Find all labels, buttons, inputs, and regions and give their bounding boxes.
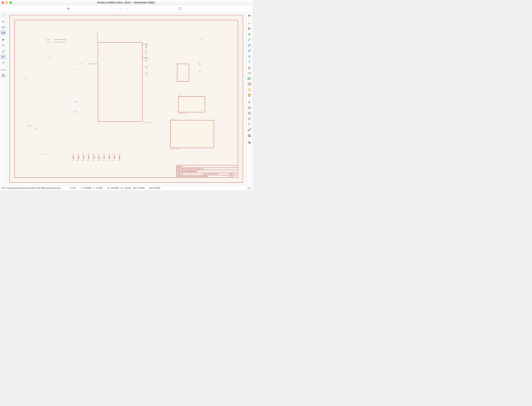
- capacitor-symbol[interactable]: C118100nF: [113, 155, 116, 161]
- nav-back-button[interactable]: ←: [111, 6, 117, 12]
- browse-symbols-button[interactable]: [163, 6, 169, 12]
- sheet-name: inout_user: [171, 119, 175, 120]
- simulator-button[interactable]: [189, 6, 195, 12]
- redo-button[interactable]: [51, 6, 57, 12]
- angle-90-button[interactable]: [0, 54, 6, 59]
- mirror-h-button[interactable]: [143, 6, 149, 12]
- place-symbol-button[interactable]: [247, 26, 252, 31]
- decoupling-caps-row: /* populated below */ C110100nFC111100nF…: [72, 155, 121, 161]
- bom-button[interactable]: [204, 6, 209, 12]
- place-hier-label-button[interactable]: A: [247, 82, 252, 87]
- refresh-button[interactable]: [74, 6, 79, 12]
- highlight-net-button[interactable]: [247, 21, 252, 26]
- place-noconnect-button[interactable]: ✕: [247, 54, 252, 59]
- capacitor-symbol[interactable]: C113100nF: [87, 155, 90, 161]
- update-pcb-button[interactable]: [197, 6, 203, 12]
- place-label-button[interactable]: A: [247, 65, 252, 70]
- place-image-button[interactable]: [247, 133, 252, 138]
- rotate-ccw-button[interactable]: [131, 6, 137, 12]
- place-text-button[interactable]: T: [247, 100, 252, 105]
- export-netlist-button[interactable]: bom: [209, 6, 215, 12]
- image-icon: [248, 134, 251, 138]
- capacitor-symbol[interactable]: C111100nF: [77, 155, 80, 161]
- place-sheet-button[interactable]: [247, 87, 252, 92]
- hidden-pins-button[interactable]: [0, 43, 6, 48]
- bus-icon: [248, 44, 251, 47]
- print-button[interactable]: [23, 6, 29, 12]
- schematic-canvas[interactable]: U102 MCF5213-LQFP100 CLKMOD0 CLKMOD1 RST…: [7, 12, 246, 185]
- annotate-button[interactable]: R??R42: [177, 6, 183, 12]
- svg-point-44: [2, 16, 2, 16]
- net-label: DSCLK: [199, 64, 201, 65]
- units-in-button[interactable]: in: [0, 19, 6, 24]
- close-window-button[interactable]: [2, 1, 4, 4]
- nav-forward-button[interactable]: →: [124, 6, 129, 12]
- capacitor-symbol[interactable]: C110100nF: [72, 155, 74, 161]
- tb-rev: Rev: 0: [229, 173, 237, 175]
- zoom-selection-button[interactable]: [103, 6, 109, 12]
- footprint-assign-button[interactable]: [169, 6, 175, 12]
- zoom-in-button[interactable]: [80, 6, 85, 12]
- cursor-style-button[interactable]: [0, 38, 6, 43]
- mirror-v-button[interactable]: [149, 6, 155, 12]
- pcb-editor-button[interactable]: [218, 6, 223, 12]
- plot-button[interactable]: [29, 6, 35, 12]
- place-bus-entry-button[interactable]: [247, 48, 252, 53]
- place-netclass-button[interactable]: ⓝA: [247, 71, 252, 76]
- save-button[interactable]: [1, 6, 7, 12]
- undo-button[interactable]: [45, 6, 51, 12]
- place-global-label-button[interactable]: A: [247, 76, 252, 81]
- select-tool-button[interactable]: [247, 14, 252, 19]
- top-toolbar: AB ← ↑ →: [0, 5, 253, 12]
- capacitor-symbol[interactable]: C117100nF: [108, 155, 110, 161]
- capacitor-symbol[interactable]: C115100nF: [98, 155, 100, 161]
- place-line-button[interactable]: [247, 128, 252, 133]
- place-rect-button[interactable]: [247, 111, 252, 116]
- place-bus-button[interactable]: [247, 43, 252, 48]
- capacitor-symbol[interactable]: C119100nF: [118, 155, 121, 161]
- tb-kicad: KiCad E.D.A. kicad (7.0.0-rc1-123-ge07de…: [177, 176, 229, 177]
- place-power-button[interactable]: [247, 32, 252, 37]
- bdm-port-symbol[interactable]: [177, 64, 189, 82]
- capacitor-symbol[interactable]: C112100nF: [82, 155, 85, 161]
- hierarchy-nav-button[interactable]: [0, 73, 6, 78]
- zoom-out-button[interactable]: [86, 6, 91, 12]
- main-mcu-symbol[interactable]: U102 MCF5213-LQFP100: [98, 42, 142, 122]
- annotate-refs-button[interactable]: R??R42: [0, 67, 6, 72]
- maximize-window-button[interactable]: [9, 1, 12, 4]
- zoom-fit-button[interactable]: [92, 6, 97, 12]
- textbox-icon: [248, 106, 251, 110]
- capacitor-symbol[interactable]: C114100nF: [93, 155, 95, 161]
- import-sheet-pin-button[interactable]: [247, 93, 252, 98]
- arrow-right-icon: →: [124, 7, 128, 11]
- status-dxy: dx -36.8300 dy -3.8100 dist 37.0265: [107, 187, 145, 189]
- place-textbox-button[interactable]: [247, 105, 252, 110]
- hier-sheet-inout[interactable]: inout_user File: in_out_conn.kicad_sch: [170, 120, 214, 148]
- place-junction-button[interactable]: [247, 59, 252, 65]
- angle-45-button[interactable]: [0, 60, 6, 65]
- units-mm-button[interactable]: mm: [0, 30, 6, 35]
- place-wire-button[interactable]: [247, 37, 252, 42]
- nav-up-button[interactable]: ↑: [117, 6, 123, 12]
- place-circle-button[interactable]: [247, 116, 252, 122]
- zoom-objects-button[interactable]: [97, 6, 103, 12]
- symbol-editor-button[interactable]: [157, 6, 163, 12]
- find-button[interactable]: [60, 6, 65, 12]
- paste-button[interactable]: [37, 6, 43, 12]
- delete-tool-button[interactable]: [247, 140, 252, 145]
- place-arc-button[interactable]: [247, 122, 252, 127]
- scripting-console-button[interactable]: [226, 6, 231, 12]
- find-replace-button[interactable]: AB: [66, 6, 71, 12]
- opamp-icon: [248, 27, 251, 31]
- units-mil-button[interactable]: mil: [0, 25, 6, 30]
- grid-toggle-button[interactable]: [0, 14, 6, 19]
- hier-sheet-xilinx[interactable]: xilinx File: xilinx.kicad_sch: [178, 96, 205, 112]
- new-sheet-button[interactable]: [17, 6, 23, 12]
- page-settings-button[interactable]: [9, 6, 15, 12]
- rotate-cw-button[interactable]: [138, 6, 143, 12]
- minimize-window-button[interactable]: [6, 1, 8, 4]
- capacitor-symbol[interactable]: C116100nF: [103, 155, 105, 161]
- free-angle-button[interactable]: [0, 49, 6, 54]
- erc-button[interactable]: [183, 6, 189, 12]
- net-label: VDDPLL: [95, 32, 98, 33]
